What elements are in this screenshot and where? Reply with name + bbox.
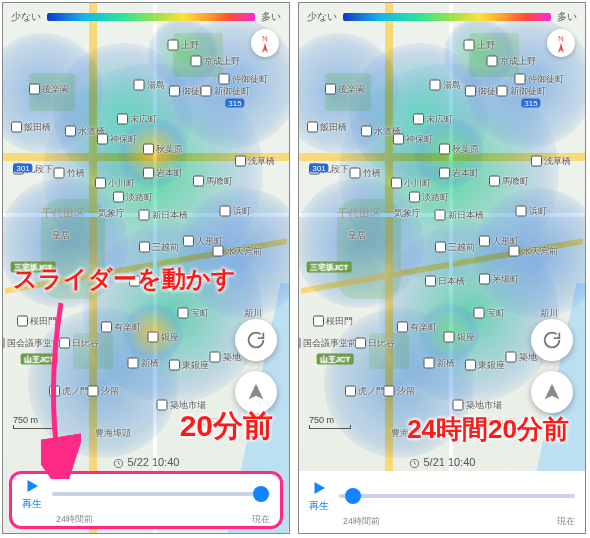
place-label: 飯田橋 [11, 121, 51, 134]
refresh-icon [245, 329, 267, 351]
place-label: 桜田門 [313, 315, 353, 328]
refresh-button[interactable] [531, 319, 573, 361]
place-label: 岩本町 [143, 167, 183, 180]
place-label: 神保町 [97, 133, 137, 146]
place-label: 人形町 [183, 235, 223, 248]
place-label: 岩本町 [439, 167, 479, 180]
place-label: 築地 [210, 351, 241, 364]
time-slider-panel: 再生 24時間前 現在 [9, 471, 283, 529]
route-shield: 315 [225, 99, 244, 108]
place-label: 新日本橋 [435, 209, 484, 222]
route-shield: 301 [13, 164, 32, 173]
legend-low: 少ない [307, 10, 337, 24]
slider-knob[interactable] [253, 486, 269, 502]
place-label: 浜町 [516, 205, 547, 218]
place-label: 新川 [540, 307, 558, 320]
place-label: 宝町 [178, 307, 209, 320]
density-legend: 少ない 多い [307, 9, 577, 25]
slider-end-label: 現在 [252, 513, 270, 526]
place-label: 新御徒町 [201, 85, 250, 98]
place-label: 有楽町 [101, 321, 141, 334]
legend-low: 少ない [11, 10, 41, 24]
place-label: 国会議事堂前 [298, 337, 357, 350]
place-label: 上野 [464, 39, 495, 52]
play-label: 再生 [22, 497, 42, 511]
right-pane: 上野京成上野後楽園湯島御徒町新御徒町末広町仲御徒町飯田橋水道橋神保町秋葉原浅草橋… [298, 2, 586, 534]
compass-button[interactable]: N [547, 29, 575, 57]
place-label: 仲御徒町 [219, 73, 268, 86]
play-button[interactable]: 再生 [22, 477, 42, 511]
slider-start-label: 24時間前 [343, 515, 380, 528]
route-shield: 315 [521, 99, 540, 108]
place-label: 飯田橋 [307, 121, 347, 134]
play-button[interactable]: 再生 [309, 479, 329, 513]
time-slider[interactable] [339, 486, 575, 506]
place-label: 湯島 [430, 79, 461, 92]
compass-letter: N [558, 34, 564, 43]
place-label: 銀座 [148, 331, 179, 344]
slider-end-label: 現在 [557, 515, 575, 528]
place-label: 豊海埠頭 [95, 427, 131, 440]
place-label: 新橋 [424, 357, 455, 370]
place-label: 山王JCT [317, 354, 354, 365]
place-label: 日比谷 [355, 337, 395, 350]
place-label: 小川町 [95, 177, 135, 190]
place-label: 汐留 [88, 385, 119, 398]
place-label: 京成上野 [487, 55, 536, 68]
place-label: 三越前 [435, 241, 475, 254]
legend-high: 多い [261, 10, 281, 24]
annotation-time: 20分前 [180, 406, 273, 447]
place-label: 三越前 [139, 241, 179, 254]
slider-knob[interactable] [345, 488, 361, 504]
compass-needle-icon [260, 43, 270, 53]
timestamp: 5/21 10:40 [299, 456, 585, 469]
place-label: 馬喰町 [489, 175, 529, 188]
place-label: 京成上野 [191, 55, 240, 68]
place-label: 東銀座 [465, 359, 505, 372]
place-label: 秋葉原 [143, 143, 183, 156]
place-label: 新日本橋 [139, 209, 188, 222]
place-label: 後楽園 [325, 83, 365, 96]
time-slider-panel: 再生 24時間前 現在 [299, 471, 585, 533]
place-label: 気象庁 [98, 207, 125, 220]
slider-start-label: 24時間前 [56, 513, 93, 526]
place-label: 宝町 [474, 307, 505, 320]
clock-icon [113, 458, 124, 469]
refresh-button[interactable] [235, 319, 277, 361]
place-label: 小川町 [391, 177, 431, 190]
place-label: 皇居 [348, 229, 366, 242]
place-label: 秋葉原 [439, 143, 479, 156]
ward-label: 千代田区 [41, 206, 85, 221]
locate-button[interactable] [531, 371, 573, 413]
place-label: 皇居 [52, 229, 70, 242]
place-label: 新橋 [128, 357, 159, 370]
left-pane: 上野京成上野後楽園湯島御徒町新御徒町末広町仲御徒町飯田橋水道橋神保町秋葉原浅草橋… [2, 2, 290, 534]
place-label: 末広町 [117, 113, 157, 126]
place-label: 新川 [244, 307, 262, 320]
compass-button[interactable]: N [251, 29, 279, 57]
play-icon [23, 477, 41, 495]
arrow-icon [41, 299, 81, 479]
place-label: 浅草橋 [531, 155, 571, 168]
place-label: 汐留 [384, 385, 415, 398]
place-label: 淡路町 [113, 191, 153, 204]
locate-icon [245, 381, 267, 403]
place-label: 馬喰町 [193, 175, 233, 188]
place-label: 新御徒町 [497, 85, 546, 98]
ward-label: 千代田区 [337, 206, 381, 221]
place-label: 竹橋 [350, 167, 381, 180]
place-label: 茅場町 [479, 273, 519, 286]
place-label: 後楽園 [29, 83, 69, 96]
time-slider[interactable] [52, 484, 270, 504]
place-label: 日本橋 [425, 275, 465, 288]
place-label: 仲御徒町 [515, 73, 564, 86]
place-label: 築地市場 [453, 399, 502, 412]
annotation-title: スライダーを動かす [13, 263, 236, 295]
place-label: 末広町 [413, 113, 453, 126]
place-label: 虎ノ門 [345, 385, 385, 398]
annotation-time: 24時間20分前 [407, 412, 569, 447]
place-label: 東銀座 [169, 359, 209, 372]
place-label: 有楽町 [397, 321, 437, 334]
play-icon [310, 479, 328, 497]
place-label: 気象庁 [394, 207, 421, 220]
